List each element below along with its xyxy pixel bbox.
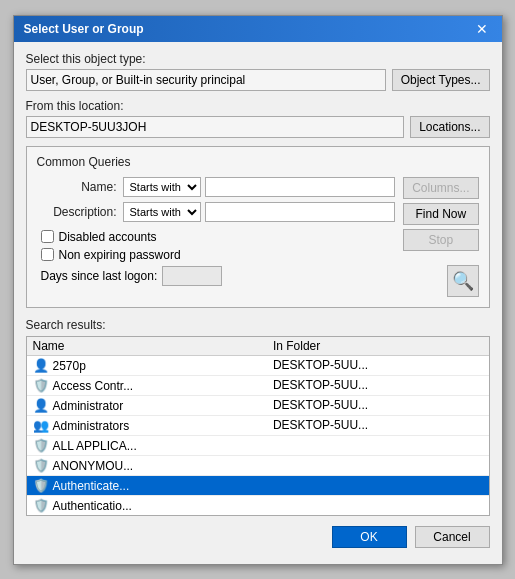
row-name-cell: 🛡️Authenticatio... (27, 495, 267, 515)
row-icon: 🛡️ (33, 438, 49, 453)
disabled-accounts-label: Disabled accounts (59, 230, 157, 244)
table-row[interactable]: 🛡️Access Contr...DESKTOP-5UU... (27, 375, 489, 395)
name-row: Name: Starts with Description: Starts wi… (37, 177, 396, 222)
desc-input-row: Starts with (123, 202, 396, 222)
row-icon: 🛡️ (33, 498, 49, 513)
row-icon: 🛡️ (33, 378, 49, 393)
non-expiring-checkbox[interactable] (41, 248, 54, 261)
disabled-accounts-row: Disabled accounts (37, 230, 396, 244)
name-label: Name: (37, 180, 117, 194)
location-row: Locations... (26, 116, 490, 138)
desc-text-input[interactable] (205, 202, 396, 222)
common-queries-title: Common Queries (37, 155, 479, 169)
table-row[interactable]: 👥AdministratorsDESKTOP-5UU... (27, 415, 489, 435)
col-folder: In Folder (267, 337, 489, 356)
row-folder-cell: DESKTOP-5UU... (267, 355, 489, 375)
select-user-dialog: Select User or Group ✕ Select this objec… (13, 15, 503, 565)
close-button[interactable]: ✕ (472, 22, 492, 36)
object-type-label: Select this object type: (26, 52, 490, 66)
row-folder-cell (267, 435, 489, 455)
non-expiring-label: Non expiring password (59, 248, 181, 262)
row-icon: 👤 (33, 358, 49, 373)
row-folder-cell: DESKTOP-5UU... (267, 415, 489, 435)
row-icon: 🛡️ (33, 458, 49, 473)
table-row[interactable]: 👤2570pDESKTOP-5UU... (27, 355, 489, 375)
table-row[interactable]: 👥Backup Oper...DESKTOP-5UU... (27, 515, 489, 516)
search-icon-button[interactable]: 🔍 (447, 265, 479, 297)
disabled-accounts-checkbox[interactable] (41, 230, 54, 243)
days-label: Days since last logon: (41, 269, 158, 283)
row-icon: 👤 (33, 398, 49, 413)
row-name-cell: 👥Administrators (27, 415, 267, 435)
row-folder-cell (267, 475, 489, 495)
name-select[interactable]: Starts with (123, 177, 201, 197)
results-table: Name In Folder 👤2570pDESKTOP-5UU...🛡️Acc… (27, 337, 489, 516)
dialog-body: Select this object type: Object Types...… (14, 42, 502, 564)
table-row[interactable]: 🛡️Authenticate... (27, 475, 489, 495)
table-row[interactable]: 🛡️Authenticatio... (27, 495, 489, 515)
row-name-cell: 🛡️Authenticate... (27, 475, 267, 495)
stop-button[interactable]: Stop (403, 229, 478, 251)
row-folder-cell: DESKTOP-5UU... (267, 375, 489, 395)
dialog-title: Select User or Group (24, 22, 144, 36)
queries-content: Name: Starts with Description: Starts wi… (37, 177, 479, 297)
name-text-input[interactable] (205, 177, 396, 197)
table-row[interactable]: 🛡️ANONYMOU... (27, 455, 489, 475)
table-header-row: Name In Folder (27, 337, 489, 356)
row-folder-cell: DESKTOP-5UU... (267, 395, 489, 415)
table-row[interactable]: 👤AdministratorDESKTOP-5UU... (27, 395, 489, 415)
location-label: From this location: (26, 99, 490, 113)
non-expiring-row: Non expiring password (37, 248, 396, 262)
row-icon: 👥 (33, 418, 49, 433)
object-type-input[interactable] (26, 69, 386, 91)
row-name-cell: 👥Backup Oper... (27, 515, 267, 516)
row-name-cell: 👤Administrator (27, 395, 267, 415)
days-input[interactable] (162, 266, 222, 286)
title-bar: Select User or Group ✕ (14, 16, 502, 42)
row-icon: 🛡️ (33, 478, 49, 493)
desc-select[interactable]: Starts with (123, 202, 201, 222)
search-results-label: Search results: (26, 318, 490, 332)
days-row: Days since last logon: (37, 266, 396, 286)
object-type-row: Object Types... (26, 69, 490, 91)
right-buttons: Columns... Find Now Stop 🔍 (403, 177, 478, 297)
row-name-cell: 🛡️Access Contr... (27, 375, 267, 395)
row-name-cell: 👤2570p (27, 355, 267, 375)
locations-button[interactable]: Locations... (410, 116, 489, 138)
ok-button[interactable]: OK (332, 526, 407, 548)
cancel-button[interactable]: Cancel (415, 526, 490, 548)
columns-button[interactable]: Columns... (403, 177, 478, 199)
ok-cancel-row: OK Cancel (26, 526, 490, 548)
row-name-cell: 🛡️ALL APPLICA... (27, 435, 267, 455)
table-row[interactable]: 🛡️ALL APPLICA... (27, 435, 489, 455)
queries-left: Name: Starts with Description: Starts wi… (37, 177, 396, 297)
row-name-cell: 🛡️ANONYMOU... (27, 455, 267, 475)
row-folder-cell: DESKTOP-5UU... (267, 515, 489, 516)
common-queries-group: Common Queries Name: Starts with Descrip… (26, 146, 490, 308)
results-body: 👤2570pDESKTOP-5UU...🛡️Access Contr...DES… (27, 355, 489, 516)
desc-label: Description: (37, 205, 117, 219)
col-name: Name (27, 337, 267, 356)
object-types-button[interactable]: Object Types... (392, 69, 490, 91)
find-now-button[interactable]: Find Now (403, 203, 478, 225)
row-folder-cell (267, 495, 489, 515)
results-table-container[interactable]: Name In Folder 👤2570pDESKTOP-5UU...🛡️Acc… (26, 336, 490, 516)
row-folder-cell (267, 455, 489, 475)
location-input[interactable] (26, 116, 405, 138)
name-input-row: Starts with (123, 177, 396, 197)
